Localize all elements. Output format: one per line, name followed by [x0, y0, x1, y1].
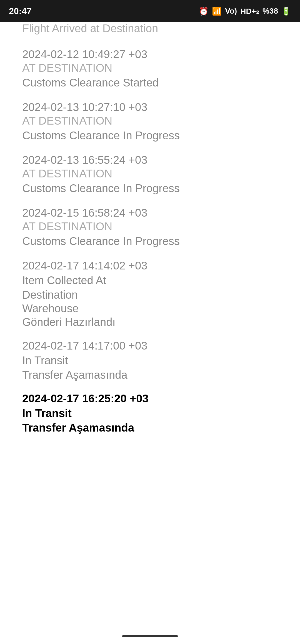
location-2: AT DESTINATION: [22, 115, 278, 127]
location-3: AT DESTINATION: [22, 167, 278, 180]
date-7: 2024-02-17 16:25:20 +03: [22, 392, 278, 405]
event-7: In Transit: [22, 406, 278, 420]
home-indicator: [122, 635, 178, 637]
event-2: Customs Clearance In Progress: [22, 128, 278, 143]
status-bar: 20:47 ⏰ 📶 Vo) HD+₂ %38 🔋: [0, 0, 300, 22]
date-6: 2024-02-17 14:17:00 +03: [22, 340, 278, 352]
sublabel4-5: Gönderi Hazırlandı: [22, 316, 278, 328]
location-4: AT DESTINATION: [22, 220, 278, 233]
tracking-item-7: 2024-02-17 16:25:20 +03 In Transit Trans…: [22, 387, 278, 440]
date-1: 2024-02-12 10:49:27 +03: [22, 48, 278, 61]
date-3: 2024-02-13 16:55:24 +03: [22, 154, 278, 166]
tracking-item-3: 2024-02-13 16:55:24 +03 AT DESTINATION C…: [22, 149, 278, 202]
date-2: 2024-02-13 10:27:10 +03: [22, 101, 278, 113]
tracking-item-6: 2024-02-17 14:17:00 +03 In Transit Trans…: [22, 335, 278, 387]
tracking-item-1: 2024-02-12 10:49:27 +03 AT DESTINATION C…: [22, 43, 278, 96]
event-6: In Transit: [22, 353, 278, 368]
battery-icon: 🔋: [281, 7, 291, 16]
location-1: AT DESTINATION: [22, 62, 278, 74]
date-5: 2024-02-17 14:14:02 +03: [22, 259, 278, 272]
time: 20:47: [9, 6, 32, 16]
battery: %38: [262, 7, 278, 16]
wifi-icon: 📶: [212, 7, 222, 16]
event-5: Item Collected At: [22, 273, 278, 288]
status-icons: ⏰ 📶 Vo) HD+₂ %38 🔋: [199, 7, 291, 16]
event-3: Customs Clearance In Progress: [22, 181, 278, 195]
sublabel2-5: Destination: [22, 289, 278, 301]
partial-top-item: Flight Arrived at Destination: [0, 22, 300, 38]
tracking-list: 2024-02-12 10:49:27 +03 AT DESTINATION C…: [0, 38, 300, 440]
event-4: Customs Clearance In Progress: [22, 234, 278, 248]
sublabel-6: Transfer Aşamasında: [22, 369, 278, 381]
tracking-item-4: 2024-02-15 16:58:24 +03 AT DESTINATION C…: [22, 202, 278, 254]
bottom-bar: [0, 631, 300, 644]
hd-icon: HD+₂: [240, 7, 259, 16]
tracking-item-5: 2024-02-17 14:14:02 +03 Item Collected A…: [22, 254, 278, 335]
event-1: Customs Clearance Started: [22, 75, 278, 90]
sublabel-7: Transfer Aşamasında: [22, 422, 278, 434]
alarm-icon: ⏰: [199, 7, 209, 16]
date-4: 2024-02-15 16:58:24 +03: [22, 207, 278, 219]
sublabel3-5: Warehouse: [22, 302, 278, 315]
partial-top-text: Flight Arrived at Destination: [22, 22, 158, 34]
signal-icon: Vo): [225, 7, 237, 16]
tracking-item-2: 2024-02-13 10:27:10 +03 AT DESTINATION C…: [22, 96, 278, 149]
